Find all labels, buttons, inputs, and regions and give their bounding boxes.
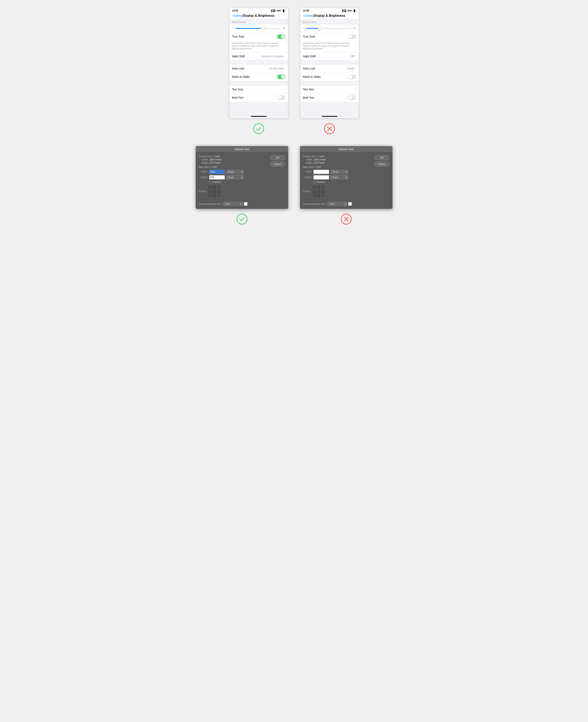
anchor-tr-r[interactable]: ↗ [321,185,325,189]
anchor-grid-right[interactable]: ↖ ↑ ↗ ← · → ↙ ↓ ↘ [312,185,325,198]
ok-button-left[interactable]: OK [270,155,285,160]
true-tone-toggle-left[interactable] [277,34,285,39]
raise-to-wake-toggle-right[interactable] [348,75,356,79]
night-shift-row-left[interactable]: Night Shift Sunset to Sunrise › [229,52,288,60]
home-bar-right [322,116,337,117]
height-info-label-left: Height: [199,161,209,164]
relative-checkbox-left[interactable] [209,181,211,183]
brightness-low-icon-left: ☀ [232,27,234,29]
bold-text-knob-left [278,96,282,100]
wifi-icon: WiFi [277,9,281,12]
anchor-mc[interactable]: · [212,189,216,193]
anchor-bc[interactable]: ↓ [212,194,216,198]
relative-checkbox-right[interactable] [313,181,316,183]
anchor-br[interactable]: ↘ [217,194,221,198]
canvas-ext-label-left: Canvas extension color: [199,203,222,205]
phone-right-frame: 12:48 ▌▌▌ WiFi ▐▌ ‹ Settings Display & B… [300,8,359,119]
brightness-thumb-left[interactable] [261,26,265,30]
ok-button-right[interactable]: OK [375,155,389,160]
auto-lock-row-right[interactable]: Auto-Lock Never › [300,64,359,73]
anchor-mr[interactable]: → [217,189,221,193]
width-info-value-left: 1662 Pixels [210,158,222,161]
anchor-bl-r[interactable]: ↙ [312,194,316,198]
true-tone-toggle-right[interactable] [348,34,356,39]
width-field-label-right: Width: [303,171,312,173]
true-tone-label-left: True Tone [232,35,244,38]
text-size-row-right[interactable]: Text Size › [300,85,359,93]
anchor-ml-r[interactable]: ← [312,189,316,193]
anchor-section-right: Anchor: ↖ ↑ ↗ ← · → ↙ ↓ ↘ [303,185,373,198]
anchor-ml[interactable]: ← [208,189,212,193]
raise-to-wake-row-right[interactable]: Raise to Wake [300,73,359,81]
anchor-tl[interactable]: ↖ [208,185,212,189]
canvas-ext-row-right: Canvas extension color: Other... [303,200,373,206]
auto-lock-row-left[interactable]: Auto-Lock 30 Seconds › [229,64,288,73]
current-size-label-right: Current Size: [303,155,317,158]
canvas-ext-select-right[interactable]: Other... [327,202,347,206]
raise-to-wake-row-left[interactable]: Raise to Wake [229,73,288,81]
bold-text-toggle-right[interactable] [348,95,356,100]
cancel-button-right[interactable]: Cancel [375,162,389,166]
canvas-title-right: Canvas Size [300,146,393,152]
height-unit-select-right[interactable]: Pixels [330,175,348,180]
auto-lock-value-right: Never [347,67,354,70]
width-field-row-right: Width: Pixels [303,170,373,174]
back-chevron-icon-left: ‹ [232,14,233,18]
true-tone-desc-left: Automatically adapt iPhone display based… [229,41,288,52]
bottom-space-left [229,102,288,114]
true-tone-row-right[interactable]: True Tone [300,32,359,41]
brightness-slider-row-left[interactable]: ☀ ☀ [229,24,288,32]
color-swatch-right[interactable] [348,202,352,206]
height-unit-select-left[interactable]: Pixels [226,175,244,180]
result-x-canvas-right [341,214,352,225]
width-input-right[interactable] [313,170,329,174]
bold-text-row-left[interactable]: Bold Text [229,93,288,102]
bold-text-row-right[interactable]: Bold Text [300,93,359,102]
anchor-tc-r[interactable]: ↑ [317,185,321,189]
canvas-comparison-section: Canvas Size Current Size: 1.31M Width: 1… [196,146,393,225]
canvas-right-col-right: OK Cancel [375,155,389,206]
anchor-tl-r[interactable]: ↖ [312,185,316,189]
brightness-track-left[interactable] [235,28,281,29]
height-input-right[interactable] [313,175,329,180]
nav-back-label-right: Settings [304,14,314,17]
status-time-left: 12:46 [232,9,238,12]
bold-text-toggle-left[interactable] [277,95,285,100]
phone-left-frame: 12:46 ▌▌▌ WiFi ▐▌ ‹ Settings Display & B… [229,8,288,119]
true-tone-row-left[interactable]: True Tone [229,32,288,41]
brightness-thumb-right[interactable] [318,26,322,30]
raise-to-wake-toggle-left[interactable] [277,75,285,79]
width-info-label-right: Width: [303,158,313,161]
auto-lock-label-left: Auto-Lock [232,67,245,70]
brightness-track-right[interactable] [306,28,352,29]
night-shift-row-right[interactable]: Night Shift Off › [300,52,359,60]
height-info-value-left: 276 Pixels [210,161,220,164]
color-swatch-left[interactable] [244,202,248,206]
result-x-right [324,123,335,134]
anchor-mc-r[interactable]: · [317,189,321,193]
anchor-tr[interactable]: ↗ [217,185,221,189]
width-field-label-left: Width: [199,171,208,173]
width-info-row-right: Width: 1662 Pixels [303,158,373,161]
anchor-grid-left[interactable]: ↖ ↑ ↗ ← · → ↙ ↓ ↘ [208,185,221,198]
nav-back-right[interactable]: ‹ Settings [303,14,314,18]
spacer-2-right [300,81,359,85]
anchor-bc-r[interactable]: ↓ [317,194,321,198]
text-size-row-left[interactable]: Text Size › [229,85,288,93]
nav-back-left[interactable]: ‹ Settings [232,14,244,18]
width-unit-select-left[interactable]: Pixels [226,170,244,174]
brightness-slider-row-right[interactable]: ☀ ☀ [300,24,359,32]
canvas-ext-select-left[interactable]: Other... [223,202,243,206]
cancel-button-left[interactable]: Cancel [270,162,285,166]
anchor-tc[interactable]: ↑ [212,185,216,189]
brightness-group-left: ☀ ☀ True Tone Automatica [229,24,288,60]
brightness-fill-left [235,28,263,29]
width-unit-select-right[interactable]: Pixels [330,170,348,174]
anchor-mr-r[interactable]: → [321,189,325,193]
signal-icon: ▌▌▌ [271,9,276,12]
anchor-bl[interactable]: ↙ [208,194,212,198]
anchor-br-r[interactable]: ↘ [321,194,325,198]
width-input-left[interactable] [209,170,225,174]
anchor-label-left: Anchor: [199,190,207,193]
height-input-left[interactable] [209,175,225,180]
